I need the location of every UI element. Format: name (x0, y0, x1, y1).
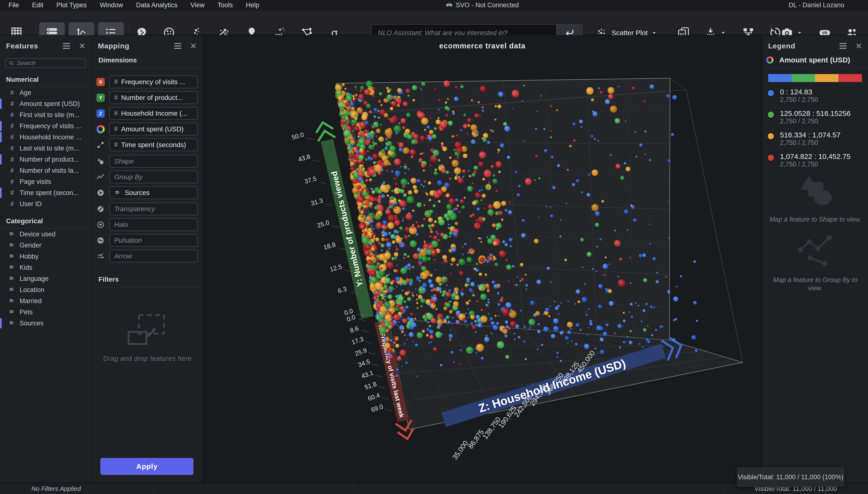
dimension-row: Group By (92, 171, 203, 183)
dimension-row: #Time spent (seconds) (92, 138, 203, 151)
feature-item[interactable]: ABCSources (0, 318, 92, 329)
dimension-value: Halo (114, 221, 128, 229)
legend-bin-range: 1,074.822 : 10,452.75 (780, 152, 851, 160)
3d-scatter-canvas[interactable] (203, 35, 762, 482)
shape-icon (92, 157, 109, 166)
legend-bin[interactable]: 1,074.822 : 10,452.75 2,750 / 2,750 (762, 152, 868, 168)
feature-item[interactable]: ABCGender (0, 240, 92, 251)
feature-item-label: Sources (20, 320, 43, 327)
menu-item-window[interactable]: Window (93, 0, 130, 10)
transparency-icon (92, 205, 109, 213)
dimension-slot[interactable]: Transparency (109, 203, 198, 215)
feature-item[interactable]: #User ID (0, 198, 92, 209)
svg-text:VR: VR (822, 31, 828, 35)
feature-item[interactable]: ABCLanguage (0, 273, 92, 284)
dimension-row: X#Frequency of visits ... (92, 75, 203, 88)
legend-bin[interactable]: 0 : 124.83 2,750 / 2,750 (762, 88, 868, 103)
color-ring-icon (92, 125, 109, 133)
feature-item[interactable]: #Time spent (secon... (0, 187, 92, 198)
dimension-value: Transparency (114, 205, 155, 213)
dimension-slot[interactable]: Pulsation (109, 234, 198, 247)
numeric-hash-icon: # (8, 200, 16, 208)
selected-indicator (0, 121, 2, 131)
feature-item-label: Kids (20, 264, 33, 271)
feature-item-label: Hobby (20, 253, 38, 260)
apply-button[interactable]: Apply (100, 458, 193, 475)
feature-item-label: Frequency of visits ... (20, 122, 81, 130)
dimension-slot[interactable]: ABCSources (109, 186, 198, 199)
pulsation-icon (92, 236, 109, 245)
numeric-hash-icon: # (8, 156, 16, 163)
feature-search-input[interactable] (17, 60, 83, 66)
menu-item-data-analytics[interactable]: Data Analytics (130, 0, 184, 10)
dimension-slot[interactable]: #Frequency of visits ... (109, 75, 198, 88)
feature-item[interactable]: #Amount spent (USD) (0, 98, 92, 109)
dimension-value: Time spent (seconds) (121, 141, 186, 149)
feature-item[interactable]: #Page visits (0, 176, 92, 187)
legend-menu-icon[interactable] (840, 43, 847, 49)
feature-item[interactable]: #Age (0, 87, 92, 98)
menu-bar: FileEditPlot TypesWindowData AnalyticsVi… (0, 0, 868, 10)
feature-item-label: Household Income ... (20, 134, 81, 141)
dimension-slot[interactable]: #Time spent (seconds) (109, 138, 198, 151)
visible-total-tooltip: Visible/Total: 11,000 / 11,000 (100%) (737, 468, 844, 487)
dimension-slot[interactable]: Group By (109, 171, 198, 183)
feature-item-label: Amount spent (USD) (20, 100, 80, 108)
feature-item-label: User ID (20, 200, 42, 208)
feature-item-label: Married (20, 297, 42, 305)
plot-area: ecommerce travel data (203, 35, 762, 482)
section-label-categorical: Categorical (0, 209, 92, 229)
groupby-icon (92, 173, 109, 182)
mapping-menu-icon[interactable] (174, 43, 181, 49)
features-close-icon[interactable]: ✕ (79, 42, 86, 50)
dimension-slot[interactable]: Arrow (109, 250, 198, 263)
feature-item[interactable]: #Number of product... (0, 154, 92, 165)
dimension-slot[interactable]: #Number of product... (109, 91, 198, 104)
legend-close-icon[interactable]: ✕ (855, 42, 863, 50)
legend-feature-label: Amount spent (USD) (779, 56, 850, 64)
feature-item-label: Pets (20, 308, 33, 316)
dimension-slot[interactable]: #Amount spent (USD) (109, 123, 198, 135)
dimension-value: Amount spent (USD) (121, 125, 183, 133)
categorical-tag-icon: ABC (114, 189, 121, 196)
feature-item-label: Last visit to site (m... (20, 145, 79, 152)
dimension-row: Z#Household Income (... (92, 107, 203, 120)
dimension-slot[interactable]: Shape (109, 155, 198, 168)
dimension-slot[interactable]: #Household Income (... (109, 107, 198, 120)
feature-item[interactable]: ABCLocation (0, 284, 92, 296)
dropzone-hint: Drag and drop features here (92, 355, 203, 362)
mapping-close-icon[interactable]: ✕ (190, 42, 197, 50)
selected-indicator (0, 318, 2, 328)
legend-bin[interactable]: 516.334 : 1,074.57 2,750 / 2,750 (762, 131, 868, 147)
feature-item[interactable]: #Household Income ... (0, 132, 92, 143)
feature-item[interactable]: #Number of visits la... (0, 165, 92, 176)
legend-bin[interactable]: 125.0528 : 516.15256 2,750 / 2,750 (762, 109, 868, 125)
features-menu-icon[interactable] (63, 43, 70, 49)
menu-item-file[interactable]: File (2, 0, 26, 10)
menu-item-edit[interactable]: Edit (26, 0, 50, 10)
feature-item[interactable]: ABCDevice used (0, 229, 92, 240)
numeric-hash-icon: # (8, 134, 16, 141)
feature-item[interactable]: ABCHobby (0, 251, 92, 262)
feature-item[interactable]: ABCPets (0, 306, 92, 318)
menu-item-tools[interactable]: Tools (211, 0, 239, 10)
feature-item[interactable]: #First visit to site (m... (0, 109, 92, 120)
feature-item[interactable]: ABCMarried (0, 296, 92, 306)
feature-item[interactable]: #Frequency of visits ... (0, 120, 92, 132)
categorical-tag-icon: ABC (8, 308, 16, 316)
numeric-hash-icon: # (8, 178, 16, 186)
filters-dropzone[interactable]: Drag and drop features here (92, 313, 203, 362)
mapping-panel: Mapping ✕ Dimensions X#Frequency of visi… (92, 35, 203, 482)
menu-item-view[interactable]: View (184, 0, 211, 10)
dimension-slot[interactable]: Halo (109, 218, 198, 231)
dimensions-label: Dimensions (92, 50, 203, 68)
toolbar: xaiσ Scatter Plot XY VR (0, 10, 868, 35)
features-panel-title: Features (6, 42, 63, 50)
legend-bin-range: 125.0528 : 516.15256 (780, 109, 851, 118)
dimension-value: Group By (114, 173, 143, 181)
user-account[interactable]: DL - Daniel Lozano (789, 0, 844, 10)
menu-item-plot-types[interactable]: Plot Types (50, 0, 93, 10)
feature-item[interactable]: #Last visit to site (m... (0, 143, 92, 154)
feature-item[interactable]: ABCKids (0, 262, 92, 273)
menu-item-help[interactable]: Help (239, 0, 266, 10)
